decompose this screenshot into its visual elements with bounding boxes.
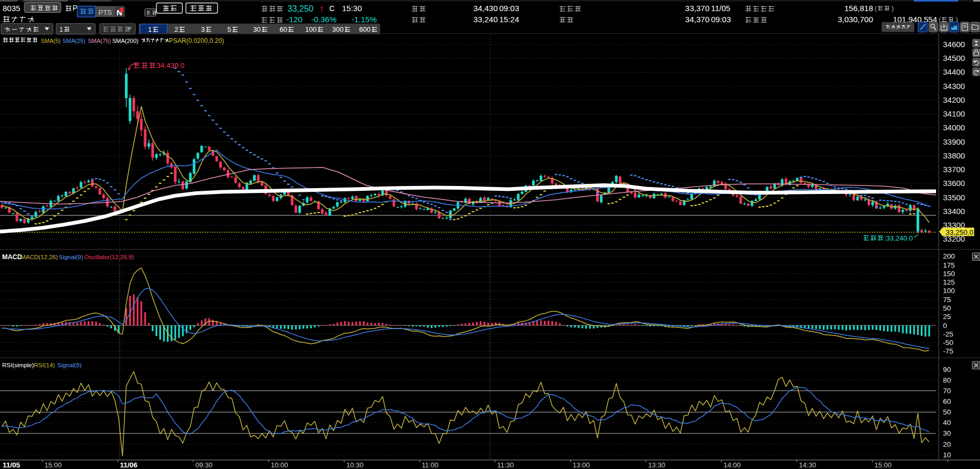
svg-text:33500: 33500: [943, 193, 965, 202]
svg-text:09:30: 09:30: [195, 461, 213, 469]
svg-text:600: 600: [359, 25, 371, 33]
svg-text:10: 10: [943, 451, 951, 459]
svg-text:3,030,700: 3,030,700: [838, 15, 873, 24]
svg-text:40: 40: [943, 419, 951, 427]
svg-text:33400: 33400: [943, 207, 965, 216]
svg-text:15:00: 15:00: [44, 461, 62, 469]
svg-text:15:30: 15:30: [342, 4, 362, 13]
svg-text:34400: 34400: [943, 67, 965, 76]
svg-text:34600: 34600: [943, 40, 965, 49]
svg-text:1: 1: [59, 25, 63, 33]
svg-text:100: 100: [305, 25, 317, 33]
svg-text:175: 175: [943, 261, 955, 269]
svg-text:-50: -50: [943, 339, 954, 347]
svg-text:33,250.0: 33,250.0: [946, 228, 974, 236]
svg-text:09:03: 09:03: [499, 4, 519, 13]
svg-text:34100: 34100: [943, 109, 965, 118]
svg-text:8035: 8035: [3, 4, 20, 13]
svg-text:156,818: 156,818: [844, 4, 873, 13]
svg-text:): ): [892, 5, 894, 12]
svg-text:SMA(5): SMA(5): [41, 38, 60, 44]
svg-text:↑: ↑: [319, 4, 324, 14]
svg-text:33900: 33900: [943, 137, 965, 146]
svg-text:34,370: 34,370: [685, 15, 709, 24]
svg-text:RSI(14): RSI(14): [34, 362, 55, 368]
svg-text:60: 60: [943, 397, 951, 405]
svg-text:100: 100: [943, 287, 955, 295]
svg-text:MACD(12,26): MACD(12,26): [21, 254, 58, 260]
svg-text:90: 90: [943, 366, 951, 374]
svg-text:MACD: MACD: [2, 253, 22, 261]
svg-text:30: 30: [943, 429, 951, 437]
svg-text:-120: -120: [286, 15, 302, 24]
svg-text:-75: -75: [943, 347, 954, 355]
svg-text:11/05: 11/05: [3, 461, 21, 469]
svg-text:200: 200: [943, 252, 955, 260]
svg-text:15:00: 15:00: [875, 461, 892, 469]
svg-text:125: 125: [943, 278, 955, 286]
svg-text:11:00: 11:00: [422, 461, 439, 469]
svg-text::34,430.0: :34,430.0: [155, 61, 184, 69]
svg-text:30: 30: [253, 25, 260, 33]
svg-text:33600: 33600: [943, 179, 965, 188]
svg-text:300: 300: [332, 25, 344, 33]
svg-text:P: P: [73, 4, 77, 12]
svg-text:10:00: 10:00: [271, 461, 289, 469]
svg-text:25: 25: [943, 313, 951, 321]
svg-text:11/06: 11/06: [120, 461, 138, 469]
svg-text:33,250: 33,250: [287, 4, 313, 13]
svg-text:50: 50: [943, 304, 951, 312]
svg-text:150: 150: [943, 270, 955, 278]
svg-text:3: 3: [201, 25, 205, 33]
svg-text:(: (: [875, 5, 877, 12]
svg-text:10:30: 10:30: [346, 461, 364, 469]
svg-text:11:30: 11:30: [497, 461, 514, 469]
svg-text:70: 70: [943, 387, 951, 395]
svg-text:Signal(9): Signal(9): [59, 254, 83, 260]
svg-text:14:00: 14:00: [724, 461, 741, 469]
svg-text:-25: -25: [943, 330, 954, 338]
svg-text:09:03: 09:03: [711, 15, 731, 24]
svg-text:0: 0: [943, 322, 947, 330]
svg-text:33,240: 33,240: [473, 15, 498, 24]
svg-text:RSI(simple): RSI(simple): [2, 362, 34, 368]
svg-text:C: C: [329, 4, 335, 13]
svg-text:Oscillator(12,26,9): Oscillator(12,26,9): [84, 254, 134, 260]
svg-text:34000: 34000: [943, 123, 965, 132]
svg-text:13:30: 13:30: [648, 461, 666, 469]
svg-text:33,370: 33,370: [685, 4, 709, 13]
svg-text::33,240.0: :33,240.0: [884, 234, 913, 242]
svg-text:-1.15%: -1.15%: [352, 15, 377, 24]
svg-text:PSAR(0.0200,0.20): PSAR(0.0200,0.20): [169, 37, 224, 45]
svg-text:1: 1: [148, 25, 152, 33]
svg-text:Signal(9): Signal(9): [57, 362, 82, 368]
svg-text:5: 5: [228, 25, 231, 33]
svg-text:SMA(75): SMA(75): [88, 38, 111, 44]
svg-text:33800: 33800: [943, 151, 965, 160]
svg-text:2: 2: [175, 25, 178, 33]
svg-text:34,430: 34,430: [473, 4, 498, 13]
svg-text:SMA(200): SMA(200): [112, 38, 139, 44]
svg-text:34500: 34500: [943, 54, 965, 63]
svg-text:80: 80: [943, 376, 951, 384]
svg-text:75: 75: [943, 296, 951, 304]
svg-text:60: 60: [280, 25, 287, 33]
svg-text:PTS: PTS: [98, 8, 112, 16]
svg-text:13:00: 13:00: [573, 461, 590, 469]
svg-text:14:30: 14:30: [799, 461, 816, 469]
svg-text:20: 20: [943, 440, 951, 448]
svg-text:34200: 34200: [943, 95, 965, 104]
svg-text:50: 50: [943, 408, 951, 416]
svg-text:15:24: 15:24: [499, 15, 519, 24]
svg-text:34300: 34300: [943, 82, 965, 91]
svg-text:-0.36%: -0.36%: [311, 15, 337, 24]
svg-text:SMA(25): SMA(25): [62, 38, 85, 44]
svg-text:33700: 33700: [943, 165, 965, 174]
svg-text:11/05: 11/05: [711, 4, 730, 13]
